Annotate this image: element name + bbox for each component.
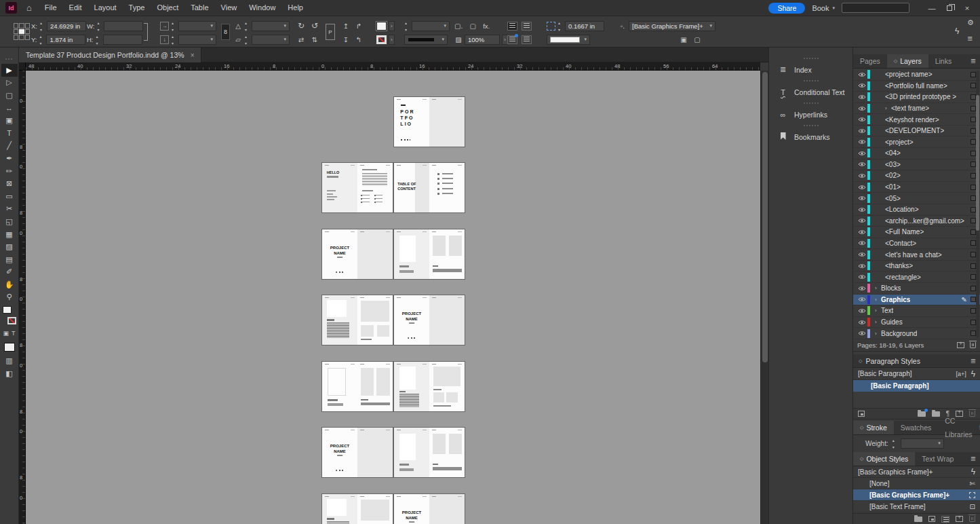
- formatting-affects-text-icon[interactable]: T: [12, 330, 16, 337]
- layer-row[interactable]: ›Background: [853, 328, 980, 339]
- menu-window[interactable]: Window: [243, 0, 281, 16]
- layer-row[interactable]: <03>: [853, 160, 980, 171]
- select-container-icon[interactable]: P: [326, 24, 335, 40]
- tab-stroke[interactable]: Stroke: [853, 421, 894, 434]
- layer-select-checkbox[interactable]: [971, 185, 976, 190]
- weight-stepper[interactable]: [892, 438, 897, 449]
- layer-row[interactable]: <archip...ker@gmail.com>: [853, 216, 980, 227]
- layer-select-checkbox[interactable]: [971, 252, 976, 257]
- gear-icon[interactable]: ⚙: [967, 18, 974, 27]
- ruler-corner[interactable]: [19, 62, 26, 71]
- clear-overrides-icon[interactable]: ▢: [693, 36, 701, 43]
- layer-select-checkbox[interactable]: [971, 173, 976, 179]
- close-button[interactable]: ×: [958, 1, 976, 16]
- search-input[interactable]: [842, 3, 909, 13]
- fill-stroke-swatches[interactable]: [1, 305, 18, 326]
- layer-row[interactable]: <Portfolio full name>: [853, 81, 980, 92]
- dock-panel-conditional-text[interactable]: TConditional Text: [772, 85, 850, 99]
- shear-dropdown[interactable]: [252, 35, 290, 45]
- free-transform-tool[interactable]: ◱: [1, 215, 18, 228]
- scale-y-stepper[interactable]: [171, 35, 176, 45]
- paragraph-style-item[interactable]: [Basic Paragraph]: [853, 380, 980, 392]
- spread-gallery-large[interactable]: [321, 295, 393, 345]
- spread-project-cover[interactable]: PROJECT NAME: [393, 493, 465, 524]
- expand-arrow-icon[interactable]: ›: [875, 319, 881, 325]
- layer-select-checkbox[interactable]: [971, 195, 976, 201]
- frame-fill-dropdown[interactable]: [547, 35, 590, 45]
- new-layer-button[interactable]: [957, 342, 964, 348]
- menu-table[interactable]: Table: [184, 0, 214, 16]
- layer-select-checkbox[interactable]: [971, 229, 976, 235]
- flip-horizontal-icon[interactable]: ⇄: [297, 36, 305, 43]
- layer-row[interactable]: <Keyshot render>: [853, 114, 980, 126]
- layers-scrollbar-thumb[interactable]: [976, 95, 979, 231]
- layer-row[interactable]: ›Text: [853, 305, 980, 317]
- layer-select-checkbox[interactable]: [971, 83, 976, 88]
- visibility-eye-icon[interactable]: [856, 331, 867, 336]
- restore-button[interactable]: [941, 1, 958, 16]
- x-field[interactable]: 24.6929 in: [47, 21, 86, 31]
- flip-vertical-icon[interactable]: ⇅: [311, 36, 319, 43]
- spread-project-cover[interactable]: PROJECT NAME: [321, 229, 393, 280]
- spread-project-cover[interactable]: PROJECT NAME: [321, 427, 393, 478]
- layer-row[interactable]: ›<text frame>: [853, 103, 980, 115]
- tab-swatches[interactable]: Swatches: [894, 421, 939, 434]
- visibility-eye-icon[interactable]: [856, 229, 867, 235]
- visibility-eye-icon[interactable]: [856, 207, 867, 212]
- menu-layout[interactable]: Layout: [88, 0, 123, 16]
- menu-view[interactable]: View: [215, 0, 243, 16]
- dock-panel-hyperlinks[interactable]: ∞Hyperlinks: [772, 107, 850, 121]
- share-button[interactable]: Share: [768, 3, 805, 14]
- layer-select-checkbox[interactable]: [971, 72, 976, 77]
- select-next-object-icon[interactable]: ↱: [355, 22, 363, 30]
- y-field[interactable]: 1.874 in: [46, 35, 85, 45]
- gap-field[interactable]: 0.1667 in: [565, 21, 604, 31]
- layer-select-checkbox[interactable]: [971, 151, 976, 156]
- constrain-wh-icon[interactable]: [144, 23, 148, 41]
- screen-mode-icon[interactable]: ◧: [1, 367, 18, 380]
- close-icon[interactable]: ×: [191, 52, 195, 59]
- weight-dropdown[interactable]: [901, 438, 944, 449]
- toolbar-stroke-swatch[interactable]: [7, 317, 16, 324]
- visibility-eye-icon[interactable]: [856, 297, 867, 302]
- visibility-eye-icon[interactable]: [856, 252, 867, 257]
- visibility-eye-icon[interactable]: [856, 320, 867, 325]
- layer-select-checkbox[interactable]: [971, 139, 976, 145]
- layer-row[interactable]: <3D printed prototype >: [853, 92, 980, 103]
- layer-select-checkbox[interactable]: [971, 94, 976, 100]
- x-stepper[interactable]: [39, 21, 45, 31]
- menu-object[interactable]: Object: [151, 0, 184, 16]
- visibility-eye-icon[interactable]: [856, 308, 867, 314]
- layer-select-checkbox[interactable]: [971, 207, 976, 212]
- tab-text-wrap[interactable]: Text Wrap: [915, 452, 960, 466]
- scissors-tool[interactable]: ✂: [1, 203, 18, 216]
- h-stepper[interactable]: [96, 35, 101, 45]
- scale-x-stepper[interactable]: [171, 21, 176, 31]
- layer-row[interactable]: ›Guides: [853, 317, 980, 329]
- app-logo-icon[interactable]: Id: [5, 2, 17, 14]
- opacity-field[interactable]: 100%: [465, 35, 500, 45]
- quick-apply-icon[interactable]: ϟ: [955, 26, 959, 36]
- layer-select-checkbox[interactable]: [971, 218, 976, 223]
- dock-panel-index[interactable]: ≣Index: [772, 62, 850, 77]
- tab-layers[interactable]: Layers: [887, 54, 928, 68]
- rotation-stepper[interactable]: [244, 21, 250, 31]
- expand-arrow-icon[interactable]: ›: [875, 285, 881, 291]
- object-style-item[interactable]: [Basic Graphics Frame]+: [853, 489, 980, 501]
- scale-x-dropdown[interactable]: [178, 21, 216, 31]
- object-style-item[interactable]: [None]✄: [853, 478, 980, 489]
- layer-select-checkbox[interactable]: [971, 128, 976, 134]
- rectangle-tool[interactable]: ▭: [1, 190, 18, 203]
- rotation-dropdown[interactable]: [252, 21, 290, 31]
- menu-edit[interactable]: Edit: [63, 0, 88, 16]
- select-content-icon[interactable]: ↧: [342, 36, 350, 43]
- layer-select-checkbox[interactable]: [971, 274, 976, 280]
- redefine-style-icon[interactable]: [858, 411, 865, 417]
- break-link-style-icon[interactable]: ▣: [680, 36, 688, 43]
- visibility-eye-icon[interactable]: [856, 83, 867, 88]
- layer-row[interactable]: ›Blocks: [853, 283, 980, 295]
- stroke-options-button[interactable]: ›: [389, 35, 395, 45]
- y-stepper[interactable]: [39, 35, 44, 45]
- menu-help[interactable]: Help: [281, 0, 309, 16]
- fill-swatch[interactable]: [376, 22, 387, 31]
